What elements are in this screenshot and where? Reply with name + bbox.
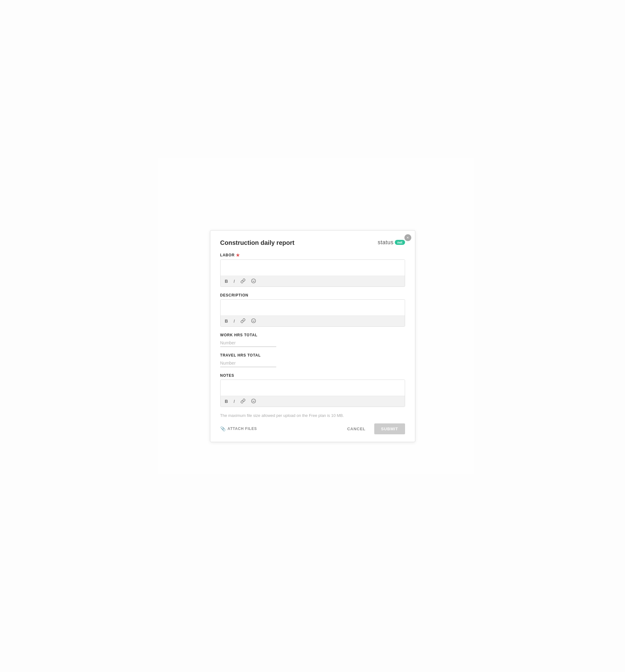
work-hrs-group: WORK HRS TOTAL	[220, 333, 405, 347]
brand-badge: net	[395, 240, 405, 245]
attach-files-button[interactable]: 📎 ATTACH FILES	[220, 426, 257, 431]
labor-editor-wrapper: B I	[220, 260, 405, 287]
labor-bold-button[interactable]: B	[224, 279, 229, 284]
brand-text: status	[378, 239, 393, 246]
description-label: DESCRIPTION	[220, 293, 405, 297]
labor-emoji-button[interactable]	[250, 278, 257, 285]
description-toolbar: B I	[221, 316, 405, 326]
svg-point-6	[251, 399, 256, 403]
notes-italic-button[interactable]: I	[233, 399, 236, 404]
notes-bold-button[interactable]: B	[224, 399, 229, 404]
labor-italic-button[interactable]: I	[233, 279, 236, 284]
description-editor-content[interactable]	[221, 299, 405, 316]
paperclip-icon: 📎	[220, 426, 226, 431]
modal-brand: status net	[378, 239, 405, 246]
labor-required-star: ★	[236, 253, 240, 258]
svg-point-3	[251, 318, 256, 322]
labor-field-group: LABOR ★ B I	[220, 253, 405, 287]
modal-header: Construction daily report status net	[220, 239, 405, 246]
labor-editor-content[interactable]	[221, 260, 405, 276]
close-button[interactable]: ×	[404, 234, 411, 241]
description-emoji-button[interactable]	[250, 318, 257, 325]
description-italic-button[interactable]: I	[233, 318, 236, 324]
notes-editor-content[interactable]	[221, 380, 405, 396]
description-bold-button[interactable]: B	[224, 318, 229, 324]
work-hrs-input[interactable]	[220, 339, 276, 347]
footer-actions: CANCEL SUBMIT	[343, 424, 405, 434]
modal-backdrop: Construction daily report status net × L…	[0, 0, 625, 672]
file-info-text: The maximum file size allowed per upload…	[220, 413, 405, 418]
labor-label: LABOR ★	[220, 253, 405, 258]
modal-footer: 📎 ATTACH FILES CANCEL SUBMIT	[220, 424, 405, 434]
submit-button[interactable]: SUBMIT	[374, 424, 405, 434]
svg-point-0	[251, 279, 256, 283]
notes-link-button[interactable]	[239, 398, 247, 405]
notes-toolbar: B I	[221, 396, 405, 407]
notes-label: NOTES	[220, 373, 405, 378]
travel-hrs-label: TRAVEL HRS TOTAL	[220, 353, 405, 358]
labor-toolbar: B I	[221, 276, 405, 287]
work-hrs-label: WORK HRS TOTAL	[220, 333, 405, 337]
modal-container: Construction daily report status net × L…	[210, 230, 415, 442]
description-link-button[interactable]	[239, 318, 247, 325]
travel-hrs-input[interactable]	[220, 359, 276, 367]
labor-link-button[interactable]	[239, 278, 247, 285]
description-editor-wrapper: B I	[220, 299, 405, 327]
notes-emoji-button[interactable]	[250, 398, 257, 405]
notes-editor-wrapper: B I	[220, 380, 405, 407]
travel-hrs-group: TRAVEL HRS TOTAL	[220, 353, 405, 367]
notes-field-group: NOTES B I	[220, 373, 405, 407]
cancel-button[interactable]: CANCEL	[343, 424, 369, 434]
modal-title: Construction daily report	[220, 239, 295, 246]
description-field-group: DESCRIPTION B I	[220, 293, 405, 327]
